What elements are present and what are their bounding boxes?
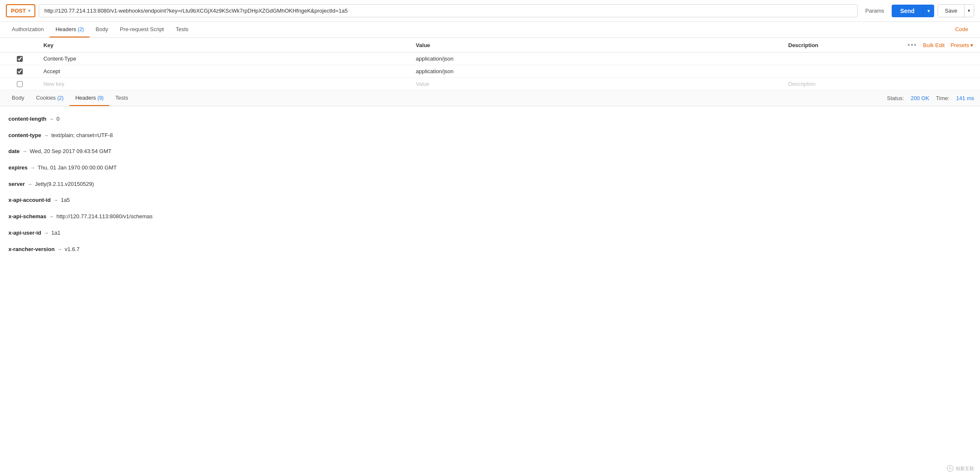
- status-label: Status:: [887, 95, 904, 101]
- resp-arrow-icon: →: [44, 228, 49, 238]
- save-button[interactable]: Save: [938, 5, 964, 17]
- table-row: Content-Type application/json: [0, 53, 980, 65]
- status-value: 200 OK: [911, 95, 929, 101]
- response-status: Status: 200 OK Time: 141 ms: [887, 95, 974, 101]
- resp-arrow-icon: →: [57, 245, 62, 254]
- row-value: application/json: [412, 65, 784, 78]
- new-desc-placeholder[interactable]: Description: [788, 81, 816, 87]
- method-chevron-icon: ▾: [28, 8, 30, 13]
- response-tabs: Body Cookies (2) Headers (9) Tests Statu…: [0, 90, 980, 106]
- tab-body[interactable]: Body: [90, 22, 114, 37]
- tab-headers-label: Headers: [56, 26, 76, 32]
- row-description: [784, 53, 980, 65]
- save-btn-group: Save ▾: [938, 4, 974, 17]
- tab-resp-cookies[interactable]: Cookies (2): [30, 90, 69, 106]
- row-checkbox[interactable]: [17, 69, 23, 74]
- check-col-header: [0, 38, 39, 53]
- time-label: Time:: [936, 95, 949, 101]
- resp-header-key: content-type: [8, 130, 41, 141]
- new-value-placeholder[interactable]: Value: [416, 81, 429, 87]
- headers-table: Key Value Description ••• Bulk Edit Pres…: [0, 38, 980, 90]
- resp-header-key: content-length: [8, 114, 46, 124]
- tab-code[interactable]: Code: [949, 22, 974, 37]
- resp-header-value: v1.6.7: [65, 244, 79, 255]
- row-description: [784, 65, 980, 78]
- new-row-checkbox[interactable]: [17, 81, 23, 87]
- row-key: Accept: [39, 65, 411, 78]
- method-dropdown[interactable]: POST ▾: [6, 4, 35, 17]
- resp-separator: [8, 224, 972, 228]
- send-button[interactable]: Send: [892, 5, 923, 17]
- resp-header-row: x-api-account-id → 1a5: [8, 195, 972, 206]
- resp-separator: [8, 159, 972, 163]
- resp-separator: [8, 175, 972, 179]
- resp-separator: [8, 142, 972, 146]
- presets-button[interactable]: Presets ▾: [951, 42, 973, 48]
- resp-separator: [8, 191, 972, 195]
- resp-header-row: expires → Thu, 01 Jan 1970 00:00:00 GMT: [8, 163, 972, 173]
- resp-separator: [8, 126, 972, 130]
- new-row-check: [0, 78, 39, 90]
- resp-header-row: x-rancher-version → v1.6.7: [8, 244, 972, 255]
- resp-header-key: x-api-schemas: [8, 212, 46, 222]
- tab-headers[interactable]: Headers (2): [50, 22, 90, 37]
- tab-resp-headers[interactable]: Headers (9): [69, 90, 109, 106]
- resp-separator: [8, 207, 972, 212]
- new-row-value-cell[interactable]: Value: [412, 78, 784, 90]
- tab-pre-request[interactable]: Pre-request Script: [114, 22, 170, 37]
- row-checkbox-cell[interactable]: [0, 65, 39, 78]
- resp-header-row: server → Jetty(9.2.11.v20150529): [8, 179, 972, 190]
- send-btn-group: Send ▾: [892, 5, 934, 17]
- resp-header-row: x-api-user-id → 1a1: [8, 228, 972, 238]
- key-col-header: Key: [39, 38, 411, 53]
- resp-header-key: x-api-user-id: [8, 228, 41, 238]
- resp-header-value: text/plain; charset=UTF-8: [51, 130, 113, 141]
- dots-button[interactable]: •••: [908, 41, 917, 49]
- resp-header-row: content-length → 0: [8, 114, 972, 124]
- new-header-row: New key Value Description: [0, 78, 980, 90]
- tab-authorization[interactable]: Authorization: [6, 22, 50, 37]
- time-value: 141 ms: [956, 95, 974, 101]
- new-row-desc-cell[interactable]: Description: [784, 78, 980, 90]
- table-row: Accept application/json: [0, 65, 980, 78]
- resp-arrow-icon: →: [44, 131, 49, 140]
- top-bar: POST ▾ Params Send ▾ Save ▾: [0, 0, 980, 22]
- url-input[interactable]: [39, 4, 858, 17]
- resp-header-value: Thu, 01 Jan 1970 00:00:00 GMT: [38, 163, 117, 173]
- resp-header-row: x-api-schemas → http://120.77.214.113:80…: [8, 212, 972, 222]
- value-col-header: Value: [412, 38, 784, 53]
- resp-header-value: 0: [56, 114, 59, 124]
- resp-header-key: x-rancher-version: [8, 244, 55, 255]
- headers-badge: (2): [78, 26, 84, 32]
- tab-resp-tests[interactable]: Tests: [109, 90, 134, 106]
- row-key: Content-Type: [39, 53, 411, 65]
- row-checkbox-cell[interactable]: [0, 53, 39, 65]
- row-value: application/json: [412, 53, 784, 65]
- method-label: POST: [11, 8, 26, 14]
- resp-header-row: content-type → text/plain; charset=UTF-8: [8, 130, 972, 141]
- resp-header-key: expires: [8, 163, 28, 173]
- tab-resp-body[interactable]: Body: [6, 90, 30, 106]
- new-key-placeholder[interactable]: New key: [43, 81, 64, 87]
- resp-arrow-icon: →: [49, 212, 54, 222]
- header-actions: ••• Bulk Edit Presets ▾: [908, 41, 976, 49]
- tab-tests[interactable]: Tests: [170, 22, 194, 37]
- send-dropdown-button[interactable]: ▾: [923, 5, 934, 17]
- resp-header-key: date: [8, 146, 20, 157]
- resp-header-row: date → Wed, 20 Sep 2017 09:43:54 GMT: [8, 146, 972, 157]
- resp-header-value: http://120.77.214.113:8080/v1/schemas: [56, 212, 152, 222]
- row-checkbox[interactable]: [17, 56, 23, 62]
- resp-header-value: 1a5: [61, 195, 70, 206]
- resp-arrow-icon: →: [53, 196, 58, 205]
- resp-header-key: x-api-account-id: [8, 195, 50, 206]
- new-row-key-cell[interactable]: New key: [39, 78, 411, 90]
- response-body: content-length → 0 content-type → text/p…: [0, 106, 980, 264]
- resp-arrow-icon: →: [27, 180, 32, 189]
- resp-arrow-icon: →: [22, 147, 27, 156]
- request-tabs: Authorization Headers (2) Body Pre-reque…: [0, 22, 980, 38]
- resp-header-value: Jetty(9.2.11.v20150529): [35, 179, 94, 190]
- params-button[interactable]: Params: [861, 5, 888, 17]
- save-dropdown-button[interactable]: ▾: [964, 5, 974, 17]
- bulk-edit-button[interactable]: Bulk Edit: [923, 42, 945, 48]
- desc-col-header: Description ••• Bulk Edit Presets ▾: [784, 38, 980, 53]
